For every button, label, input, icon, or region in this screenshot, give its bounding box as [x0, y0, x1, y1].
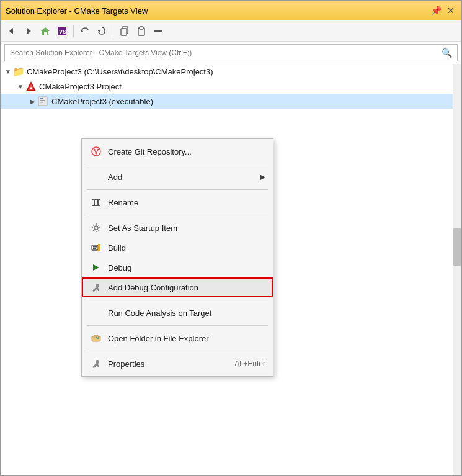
- svg-rect-25: [94, 200, 95, 205]
- menu-sep-5: [87, 325, 268, 326]
- menu-label-debug: Debug: [108, 263, 265, 272]
- refresh-button[interactable]: [94, 24, 109, 38]
- menu-sep-6: [87, 351, 268, 351]
- open-folder-icon: [89, 331, 103, 345]
- back-button[interactable]: [4, 24, 19, 38]
- svg-rect-34: [92, 364, 97, 369]
- svg-rect-33: [92, 287, 97, 292]
- menu-item-add[interactable]: Add ▶: [82, 167, 273, 187]
- menu-item-build[interactable]: Build: [82, 238, 273, 258]
- context-menu: Create Git Repository... Add ▶: [81, 138, 273, 377]
- menu-item-analysis[interactable]: Run Code Analysis on Target: [82, 303, 273, 323]
- svg-marker-31: [98, 244, 100, 251]
- expand-arrow-root[interactable]: ▼: [3, 66, 13, 76]
- menu-item-rename[interactable]: Rename: [82, 192, 273, 212]
- svg-point-20: [94, 149, 96, 151]
- title-bar-controls: 📌 ✕: [430, 5, 456, 16]
- git-icon: [89, 145, 103, 158]
- exe-icon: [38, 96, 49, 107]
- home-button[interactable]: [38, 24, 53, 38]
- separator-2: [113, 25, 113, 37]
- menu-label-add-debug: Add Debug Configuration: [108, 283, 265, 292]
- menu-label-properties: Properties: [108, 359, 222, 369]
- tree-area: ▼ 📁 CMakeProject3 (C:\Users\t\desktop\CM…: [1, 64, 461, 475]
- svg-point-19: [92, 147, 100, 156]
- expand-arrow-project[interactable]: ▼: [16, 81, 25, 91]
- gear-icon: [89, 221, 103, 235]
- menu-label-rename: Rename: [108, 198, 265, 207]
- svg-marker-5: [81, 29, 83, 32]
- paste-button[interactable]: [134, 24, 149, 38]
- svg-rect-23: [92, 199, 100, 200]
- menu-item-debug[interactable]: Debug: [82, 258, 273, 277]
- tree-item-executable[interactable]: ▶ CMakeProject3 (executable): [1, 94, 461, 109]
- rename-icon: [89, 195, 103, 209]
- search-icon: 🔍: [442, 48, 452, 58]
- dash-button[interactable]: [151, 24, 166, 38]
- menu-label-startup: Set As Startup Item: [108, 223, 265, 233]
- menu-sep-3: [87, 215, 268, 215]
- svg-rect-28: [92, 245, 98, 250]
- menu-item-git[interactable]: Create Git Repository...: [82, 141, 273, 161]
- menu-item-add-debug[interactable]: Add Debug Configuration: [82, 277, 273, 297]
- menu-label-open-folder: Open Folder in File Explorer: [108, 334, 265, 343]
- tree-label-exe: CMakeProject3 (executable): [51, 97, 153, 106]
- menu-item-open-folder[interactable]: Open Folder in File Explorer: [82, 328, 273, 348]
- svg-rect-17: [40, 100, 45, 101]
- svg-rect-26: [97, 200, 99, 205]
- menu-sep-2: [87, 189, 268, 190]
- tree-label-project: CMakeProject3 Project: [39, 82, 122, 91]
- svg-rect-18: [40, 102, 43, 103]
- menu-sep-4: [87, 300, 268, 300]
- copy-button[interactable]: [117, 24, 132, 38]
- toolbar: VS: [1, 20, 461, 42]
- search-bar[interactable]: 🔍: [4, 44, 458, 61]
- menu-label-analysis: Run Code Analysis on Target: [108, 308, 265, 318]
- title-bar: Solution Explorer - CMake Targets View 📌…: [1, 1, 461, 20]
- solution-explorer-window: Solution Explorer - CMake Targets View 📌…: [0, 0, 462, 476]
- expand-arrow-exe[interactable]: ▶: [28, 96, 38, 106]
- undo-button[interactable]: [78, 24, 92, 38]
- menu-label-git: Create Git Repository...: [108, 147, 265, 156]
- menu-label-add: Add: [108, 173, 260, 182]
- wrench-icon: [89, 281, 103, 294]
- tree-label-root: CMakeProject3 (C:\Users\t\desktop\CMakeP…: [27, 67, 213, 76]
- menu-item-properties[interactable]: Properties Alt+Enter: [82, 354, 273, 374]
- pin-button[interactable]: 📌: [430, 5, 442, 16]
- svg-rect-29: [93, 246, 97, 248]
- build-icon: [89, 241, 103, 254]
- vs-button[interactable]: VS: [55, 24, 69, 38]
- submenu-arrow: ▶: [260, 173, 265, 181]
- svg-point-27: [94, 226, 98, 230]
- svg-rect-30: [93, 248, 96, 249]
- window-title: Solution Explorer - CMake Targets View: [6, 6, 430, 16]
- svg-text:▲: ▲: [29, 85, 33, 91]
- tree-item-project[interactable]: ▼ ▲ CMakeProject3 Project: [1, 79, 461, 94]
- svg-marker-2: [41, 27, 50, 35]
- menu-sep-1: [87, 164, 268, 164]
- folder-icon: 📁: [13, 66, 24, 77]
- scrollbar-thumb[interactable]: [453, 228, 461, 266]
- analysis-icon: [89, 306, 103, 320]
- svg-marker-0: [9, 28, 13, 34]
- forward-button[interactable]: [21, 24, 36, 38]
- tree-item-root[interactable]: ▼ 📁 CMakeProject3 (C:\Users\t\desktop\CM…: [1, 64, 461, 79]
- svg-rect-10: [140, 27, 143, 29]
- cmake-icon: ▲: [25, 81, 37, 92]
- search-input[interactable]: [10, 48, 442, 57]
- properties-icon: [89, 357, 103, 370]
- close-button[interactable]: ✕: [445, 5, 456, 16]
- svg-text:VS: VS: [59, 29, 66, 35]
- svg-rect-8: [121, 29, 127, 35]
- svg-marker-1: [27, 28, 31, 34]
- vertical-scrollbar[interactable]: [453, 64, 461, 475]
- menu-label-build: Build: [108, 243, 265, 253]
- svg-point-21: [97, 149, 99, 151]
- svg-point-22: [96, 153, 97, 155]
- add-icon: [89, 170, 103, 184]
- debug-icon: [89, 261, 103, 274]
- separator-1: [73, 25, 74, 37]
- svg-marker-32: [93, 264, 99, 271]
- menu-item-startup[interactable]: Set As Startup Item: [82, 218, 273, 238]
- svg-rect-16: [40, 98, 43, 99]
